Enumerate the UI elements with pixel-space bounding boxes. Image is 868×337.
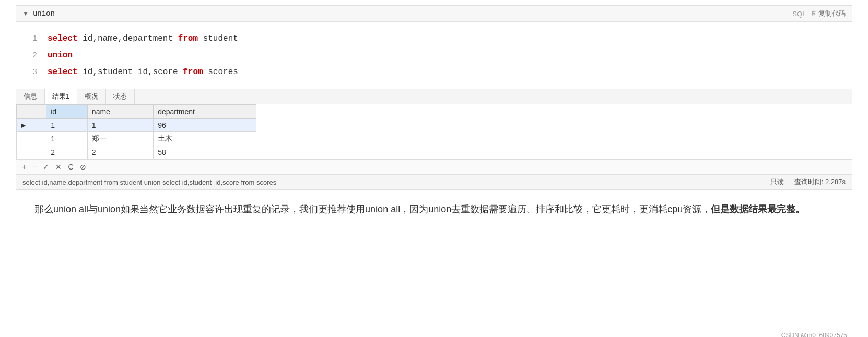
tab-result1[interactable]: 结果1 [45,89,77,104]
line-num-2: 2 [27,48,37,64]
tab-status[interactable]: 状态 [106,89,135,104]
tab-info[interactable]: 信息 [16,89,45,104]
keyword-union: union [48,51,73,60]
keyword-select-1: select [48,34,78,43]
copy-icon: ⎘ [812,9,816,17]
page-container: ▼ union SQL ⎘ 复制代码 1 select id,name,depa… [0,5,868,337]
code-header: ▼ union SQL ⎘ 复制代码 [16,6,852,22]
code-line-1: 1 select id,name,department from student [27,30,841,47]
cell-id-1: 1 [46,119,88,132]
status-readonly-label: 只读 [770,177,784,187]
result-table-wrap: id name department ▶ 1 1 96 1 [16,104,852,159]
status-right: 只读 查询时间: 2.287s [770,177,846,187]
keyword-from-1: from [178,34,198,43]
row-arrow-3 [17,146,46,159]
code-header-right: SQL ⎘ 复制代码 [792,9,846,18]
code-header-left: ▼ union [22,9,55,18]
cell-dept-2: 土木 [154,132,256,146]
code-section: ▼ union SQL ⎘ 复制代码 1 select id,name,depa… [16,5,852,89]
keyword-select-3: select [48,67,78,77]
toolbar-remove-button[interactable]: − [31,162,38,172]
table-toolbar: + − ✓ ✕ C ⊘ [16,159,852,174]
cell-name-3: 2 [87,146,153,159]
line-num-3: 3 [27,65,37,80]
csdn-footer: CSDN @m0_60907575 [781,332,847,337]
row-arrow-2 [17,132,46,146]
toolbar-confirm-button[interactable]: ✓ [41,162,51,172]
code-text-3a: id,student_id,score [78,67,183,77]
cell-dept-3: 58 [154,146,256,159]
code-body: 1 select id,name,department from student… [16,22,852,89]
tab-overview[interactable]: 概况 [77,89,106,104]
code-title: union [33,9,55,18]
result-tabs: 信息 结果1 概况 状态 [16,89,852,104]
toolbar-stop-button[interactable]: ⊘ [78,162,88,172]
col-header-name[interactable]: name [87,105,153,119]
toolbar-add-button[interactable]: + [20,162,28,172]
table-row: 1 郑一 土木 [17,132,256,146]
status-time-label: 查询时间: 2.287s [794,177,846,187]
code-text-3b: scores [203,67,238,77]
article-text: 那么union all与union如果当然它业务数据容许出现重复的记录，我们更推… [16,200,852,218]
line-num-1: 1 [27,31,37,47]
table-header-row: id name department [17,105,256,119]
result-section: 信息 结果1 概况 状态 id name department ▶ [16,89,852,175]
status-bar: select id,name,department from student u… [16,175,852,190]
col-header-arrow [17,105,46,119]
keyword-from-3: from [183,67,203,77]
cell-id-2: 1 [46,132,88,146]
code-text-1b: student [198,34,238,43]
copy-button[interactable]: ⎘ 复制代码 [812,9,846,18]
status-sql-text: select id,name,department from student u… [22,178,276,186]
row-arrow-1: ▶ [17,119,46,132]
col-header-department[interactable]: department [154,105,256,119]
result-table: id name department ▶ 1 1 96 1 [16,104,256,159]
cell-id-3: 2 [46,146,88,159]
line-content-1: select id,name,department from student [48,30,238,47]
line-content-3: select id,student_id,score from scores [48,64,238,80]
code-line-3: 3 select id,student_id,score from scores [27,64,841,80]
toolbar-refresh-button[interactable]: C [66,162,75,172]
article-bold: 但是数据结果最完整。 [711,204,805,214]
code-text-1a: id,name,department [78,34,178,43]
code-line-2: 2 union [27,47,841,64]
collapse-arrow-icon[interactable]: ▼ [22,10,29,17]
col-header-id[interactable]: id [46,105,88,119]
line-content-2: union [48,47,73,64]
article-content: 那么union all与union如果当然它业务数据容许出现重复的记录，我们更推… [34,204,805,214]
cell-dept-1: 96 [154,119,256,132]
toolbar-cancel-button[interactable]: ✕ [54,162,63,172]
table-row: 2 2 58 [17,146,256,159]
table-row: ▶ 1 1 96 [17,119,256,132]
cell-name-1: 1 [87,119,153,132]
code-lang-label: SQL [792,10,806,18]
cell-name-2: 郑一 [87,132,153,146]
